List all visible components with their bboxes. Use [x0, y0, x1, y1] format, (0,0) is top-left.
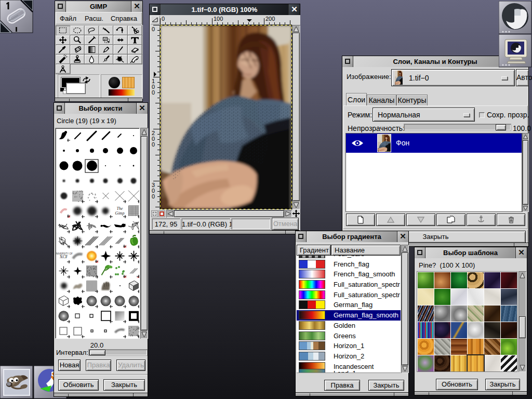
svg-text:0: 0: [152, 89, 155, 96]
svg-text:The: The: [117, 206, 123, 211]
svg-text:0: 0: [162, 16, 165, 22]
svg-text:100: 100: [214, 16, 223, 22]
svg-text:Gimp: Gimp: [115, 211, 125, 216]
svg-text:0: 0: [152, 26, 155, 32]
svg-text:0: 0: [152, 193, 155, 200]
svg-text:0: 0: [152, 141, 155, 148]
svg-text:XCF: XCF: [60, 255, 68, 259]
svg-text:200: 200: [265, 16, 275, 22]
